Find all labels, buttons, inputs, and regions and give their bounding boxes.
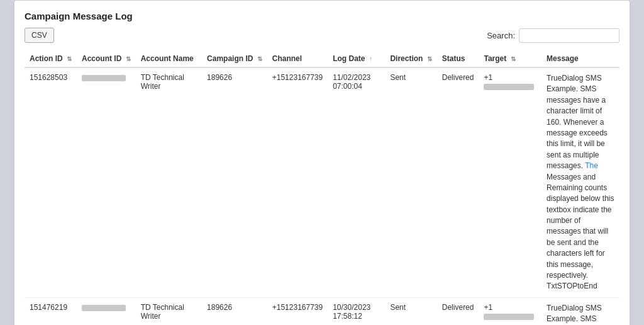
cell-status: Delivered — [437, 67, 479, 297]
col-header-log-date[interactable]: Log Date ↑ — [328, 50, 385, 67]
table-header-row: Action ID ⇅ Account ID ⇅ Account Name Ca… — [25, 50, 619, 67]
sort-icon-target: ⇅ — [511, 55, 516, 62]
cell-campaign-id: 189626 — [202, 297, 267, 325]
search-label: Search: — [487, 31, 515, 40]
sort-icon-direction: ⇅ — [427, 55, 432, 62]
sort-icon-action-id: ⇅ — [67, 55, 72, 62]
toolbar: CSV Search: — [25, 28, 619, 43]
col-header-direction[interactable]: Direction ⇅ — [385, 50, 436, 67]
col-header-status[interactable]: Status — [437, 50, 479, 67]
table-row: 151476219TD Technical Writer189626+15123… — [25, 297, 619, 325]
cell-channel: +15123167739 — [267, 67, 328, 297]
cell-message: TrueDialog SMS Example. SMS messages hav… — [541, 67, 619, 297]
col-header-account-name[interactable]: Account Name — [136, 50, 202, 67]
sort-icon-campaign-id: ⇅ — [257, 55, 262, 62]
cell-account-id — [77, 297, 136, 325]
redacted-target — [484, 84, 534, 90]
cell-account-name: TD Technical Writer — [136, 67, 202, 297]
cell-account-id — [77, 67, 136, 297]
message-highlight: The — [585, 161, 598, 170]
target-prefix: +1 — [484, 303, 492, 312]
cell-target: +1 — [479, 67, 541, 297]
col-header-target[interactable]: Target ⇅ — [479, 50, 541, 67]
page-title: Campaign Message Log — [25, 11, 619, 21]
cell-action-id: 151628503 — [25, 67, 77, 297]
cell-account-name: TD Technical Writer — [136, 297, 202, 325]
col-header-message[interactable]: Message — [541, 50, 619, 67]
sort-icon-account-id: ⇅ — [126, 55, 131, 62]
target-prefix: +1 — [484, 73, 492, 82]
col-header-account-id[interactable]: Account ID ⇅ — [77, 50, 136, 67]
col-header-channel[interactable]: Channel — [267, 50, 328, 67]
cell-message: TrueDialog SMS Example. SMS messages hav… — [541, 297, 619, 325]
cell-action-id: 151476219 — [25, 297, 77, 325]
sort-icon-log-date: ↑ — [369, 55, 372, 62]
redacted-target — [484, 314, 534, 320]
search-area: Search: — [487, 28, 619, 43]
col-header-campaign-id[interactable]: Campaign ID ⇅ — [202, 50, 267, 67]
table-row: 151628503TD Technical Writer189626+15123… — [25, 67, 619, 297]
csv-button[interactable]: CSV — [25, 28, 54, 43]
cell-direction: Sent — [385, 297, 436, 325]
data-table: Action ID ⇅ Account ID ⇅ Account Name Ca… — [25, 50, 619, 325]
search-input[interactable] — [519, 28, 619, 43]
cell-direction: Sent — [385, 67, 436, 297]
cell-log-date: 10/30/2023 17:58:12 — [328, 297, 385, 325]
redacted-account-id — [82, 305, 126, 311]
main-container: Campaign Message Log CSV Search: Action … — [14, 0, 630, 325]
cell-target: +1 — [479, 297, 541, 325]
redacted-account-id — [82, 75, 126, 81]
cell-campaign-id: 189626 — [202, 67, 267, 297]
cell-status: Delivered — [437, 297, 479, 325]
cell-log-date: 11/02/2023 07:00:04 — [328, 67, 385, 297]
cell-channel: +15123167739 — [267, 297, 328, 325]
col-header-action-id[interactable]: Action ID ⇅ — [25, 50, 77, 67]
